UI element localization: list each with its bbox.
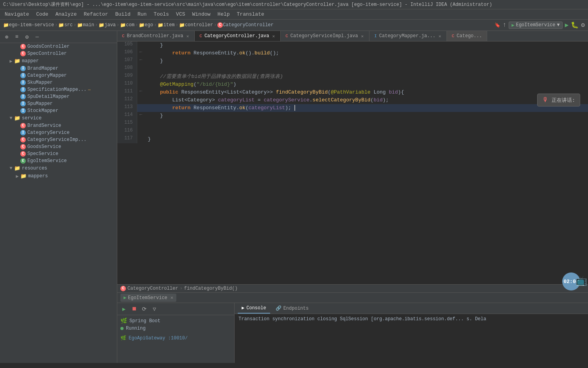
bookmark-icon[interactable]: 🔖 <box>495 22 500 28</box>
sidebar-folder-service[interactable]: ▼ 📁 service <box>0 114 117 122</box>
console-output: Transaction synchronization closing SqlS… <box>235 314 588 363</box>
sidebar-item-brand-service[interactable]: C BrandService <box>0 122 117 129</box>
class-c-icon: C <box>20 44 26 49</box>
sidebar-label: GoodsController <box>27 44 70 49</box>
breadcrumb-main[interactable]: main <box>83 22 94 28</box>
code-line-108: 108 <box>117 65 588 73</box>
breadcrumb-ego-item-service[interactable]: ego-item-service <box>9 22 54 28</box>
sidebar-item-spu-mapper[interactable]: I SpuMapper <box>0 100 117 107</box>
sidebar-item-sku-mapper[interactable]: I SkuMapper <box>0 79 117 86</box>
menu-help[interactable]: Help <box>214 10 233 18</box>
menu-vcs[interactable]: VCS <box>173 10 188 18</box>
breadcrumb-ego[interactable]: ego <box>145 22 153 28</box>
breadcrumb-folder-icon-controller: 📁 <box>179 22 185 28</box>
breadcrumb-java[interactable]: java <box>104 22 116 28</box>
sidebar-item-goods-controller[interactable]: C GoodsController <box>0 43 117 50</box>
breadcrumb-class-icon: C <box>217 22 223 28</box>
breadcrumb-folder-icon-item: 📁 <box>158 22 163 28</box>
menu-tools[interactable]: Tools <box>151 10 172 18</box>
run-config-selector[interactable]: ▶ EgoItemService ▼ <box>509 22 562 29</box>
breadcrumb-category-controller[interactable]: CategoryController <box>223 22 274 28</box>
bottom-console: ▶ Console 🔗 Endpoints Transaction synchr… <box>235 303 588 363</box>
sidebar-item-stock-mapper[interactable]: I StockMapper <box>0 107 117 114</box>
title-bar: C:\Users\Desktop\课件资料\ego] - ...\ego-ite… <box>0 0 588 9</box>
menu-translate[interactable]: Translate <box>234 10 267 18</box>
breadcrumb-com[interactable]: com <box>126 22 134 28</box>
class-c-icon: C <box>20 144 26 150</box>
sidebar-item-category-service[interactable]: I CategoryService <box>0 129 117 136</box>
run-stop-icon[interactable]: ⏹ <box>130 305 138 313</box>
run-button[interactable]: ▶ <box>565 21 569 29</box>
sidebar-label: SpuDetailMapper <box>27 94 70 99</box>
class-c-icon: C <box>20 51 26 56</box>
breadcrumb-src[interactable]: src <box>64 22 73 28</box>
breadcrumb-folder-icon-src: 📁 <box>58 22 64 28</box>
run-tab-ego-item-service[interactable]: ▶ EgoItemService ✕ <box>120 294 176 302</box>
sidebar-item-category-service-impl[interactable]: C CategoryServiceImp... <box>0 136 117 143</box>
breadcrumb-method-label[interactable]: findCategoryByBid() <box>184 286 238 291</box>
menu-navigate[interactable]: Navigate <box>2 10 32 18</box>
navigate-back-icon[interactable]: ↑ <box>503 22 507 29</box>
tab-category-service-impl[interactable]: C CategoryServiceImpl.java ✕ <box>281 31 369 41</box>
spring-boot-icon: 🌿 <box>120 317 127 324</box>
run-play-icon[interactable]: ▶ <box>120 305 128 313</box>
sidebar-item-category-mapper[interactable]: I CategoryMapper <box>0 72 117 79</box>
breadcrumb-item[interactable]: item <box>163 22 175 28</box>
sidebar-folder-mappers[interactable]: ▶ 📁 mappers <box>0 172 117 180</box>
bottom-tab-bar: ▶ Console 🔗 Endpoints <box>235 303 588 314</box>
endpoints-icon: 🔗 <box>276 305 281 311</box>
class-i-icon: I <box>20 101 26 106</box>
sidebar-folder-mapper[interactable]: ▶ 📁 mapper <box>0 57 117 65</box>
menu-code[interactable]: Code <box>33 10 51 18</box>
console-text: Transaction synchronization closing SqlS… <box>238 316 486 322</box>
sidebar-item-goods-service[interactable]: C GoodsService <box>0 143 117 150</box>
menu-refactor[interactable]: Refactor <box>81 10 111 18</box>
code-line-117: 117 } <box>117 135 588 143</box>
spring-boot-label: Spring Boot <box>129 318 160 324</box>
sidebar-item-spec-controller[interactable]: C SpecController <box>0 50 117 57</box>
debug-button[interactable]: 🐛 <box>571 21 579 29</box>
sidebar-item-spec-service[interactable]: C SpecService <box>0 150 117 157</box>
tab-brand-controller[interactable]: C BrandController.java ✕ <box>117 31 195 41</box>
menu-window[interactable]: Window <box>189 10 214 18</box>
tab-close-btn[interactable]: ✕ <box>186 34 190 39</box>
sidebar-item-ego-item-service[interactable]: E EgoItemService <box>0 157 117 164</box>
sidebar-item-spec-mapper[interactable]: I SpecificationMappe... — <box>0 86 117 93</box>
tab-label: Catego... <box>457 33 482 39</box>
run-restart-icon[interactable]: ⟳ <box>140 305 149 313</box>
sidebar-sync-icon[interactable]: ⊕ <box>2 32 11 41</box>
tab-category-mapper[interactable]: I CategoryMapper.ja... ✕ <box>369 31 447 41</box>
breadcrumb-controller[interactable]: controller <box>185 22 213 28</box>
sidebar-item-brand-mapper[interactable]: I BrandMapper <box>0 65 117 72</box>
tab-close-btn[interactable]: ✕ <box>438 34 442 39</box>
sidebar-label: SkuMapper <box>27 80 53 85</box>
run-config-label: EgoItemService <box>516 22 556 28</box>
tab-close-btn[interactable]: ✕ <box>360 34 365 39</box>
sidebar-label: resources <box>22 166 47 171</box>
gateway-label[interactable]: 🌿 EgoApiGateway :10010/ <box>117 334 234 343</box>
breadcrumb-folder-icon-main: 📁 <box>77 22 83 28</box>
sidebar-collapse-icon[interactable]: ≡ <box>13 32 21 41</box>
class-i-icon: I <box>20 80 26 85</box>
tab-close-btn[interactable]: ✕ <box>272 34 276 39</box>
menu-run[interactable]: Run <box>134 10 150 18</box>
menu-analyze[interactable]: Analyze <box>52 10 80 18</box>
notification-text: 正在讲话: <box>552 97 575 104</box>
breadcrumb-category-controller-label[interactable]: CategoryController <box>127 286 178 291</box>
menu-bar: Navigate Code Analyze Refactor Build Run… <box>0 9 588 20</box>
sidebar-item-spu-detail-mapper[interactable]: I SpuDetailMapper <box>0 93 117 100</box>
breadcrumb-bar: 📁 ego-item-service › 📁 src › 📁 main › 📁 … <box>0 20 588 31</box>
menu-build[interactable]: Build <box>112 10 134 18</box>
sidebar-settings-icon[interactable]: ⚙ <box>23 32 31 41</box>
tab-category-partial[interactable]: C Catego... <box>447 31 487 41</box>
endpoints-tab[interactable]: 🔗 Endpoints <box>272 303 313 313</box>
console-tab[interactable]: ▶ Console <box>238 303 270 314</box>
code-editor[interactable]: 105 } 106 ← return ResponseEntity.ok().b… <box>117 41 588 284</box>
sidebar-folder-resources[interactable]: ▼ 📁 resources <box>0 164 117 172</box>
tab-category-controller[interactable]: C CategoryController.java ✕ <box>195 31 281 41</box>
settings-button[interactable]: ⚙ <box>581 21 585 29</box>
run-tab-close[interactable]: ✕ <box>170 295 173 301</box>
bilibili-icon[interactable]: 📺 <box>575 275 587 287</box>
sidebar-minimize-icon[interactable]: — <box>33 32 41 41</box>
run-filter-icon[interactable]: ▽ <box>150 305 159 313</box>
